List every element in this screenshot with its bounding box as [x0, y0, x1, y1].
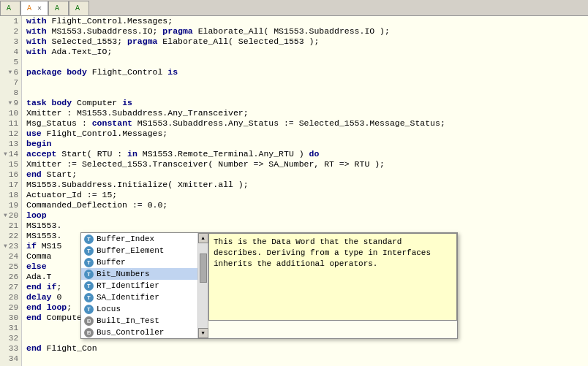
tab-simulated-bus-controller[interactable]: A — [0, 1, 20, 15]
line-num-label-25: 25 — [9, 262, 18, 272]
line-num-label-16: 16 — [9, 169, 18, 180]
line-number-22: 22 — [3, 231, 18, 241]
ac-icon-ac-locus: T — [84, 305, 94, 314]
ac-label-ac-rt-identifier: RT_Identifier — [97, 281, 159, 290]
tab-icon-adb: A — [27, 4, 31, 12]
ac-icon-ac-rt-identifier: T — [84, 281, 94, 291]
ac-item-ac-rt-identifier[interactable]: TRT_Identifier — [81, 280, 197, 291]
line-number-6: ▼6 — [3, 67, 18, 77]
ac-label-ac-sa-identifier: SA_Identifier — [97, 293, 159, 302]
line-number-32: 32 — [3, 333, 18, 343]
line-num-label-33: 33 — [9, 343, 18, 354]
code-line-17: MS1553.Subaddress.Initialize( Xmitter.al… — [22, 180, 588, 190]
ac-label-ac-buffer-index: Buffer_Index — [97, 235, 154, 243]
code-line-7 — [22, 77, 588, 88]
line-num-label-7: 7 — [13, 77, 18, 88]
ac-icon-ac-buffer-index: T — [84, 235, 94, 244]
code-line-6: package body Flight_Control is — [22, 67, 588, 77]
code-line-19: Commanded_Deflection := 0.0; — [22, 200, 588, 210]
ac-icon-ac-bit-numbers: T — [84, 270, 94, 279]
line-number-26: 26 — [3, 272, 18, 282]
line-number-14: ▼14 — [3, 149, 18, 159]
ac-icon-ac-buffer: T — [84, 258, 94, 267]
line-number-4: 4 — [3, 47, 18, 57]
line-num-label-11: 11 — [9, 118, 18, 129]
tab-ms1553-adb[interactable]: A — [69, 1, 89, 15]
code-line-18: Actuator_Id := 15; — [22, 190, 588, 200]
line-number-18: 18 — [3, 190, 18, 200]
line-num-label-13: 13 — [9, 139, 18, 149]
line-num-label-2: 2 — [13, 26, 18, 37]
fold-arrow-14[interactable]: ▼ — [4, 149, 7, 159]
fold-arrow-6[interactable]: ▼ — [9, 67, 12, 77]
ac-label-ac-buffer: Buffer — [97, 258, 126, 267]
line-number-12: 12 — [3, 129, 18, 139]
line-number-1: 1 — [3, 16, 18, 26]
ac-icon-ac-built-in-test: ⊞ — [84, 316, 94, 326]
code-line-3: with Selected_1553; pragma Elaborate_All… — [22, 37, 588, 47]
code-line-16: end Start; — [22, 169, 588, 180]
ac-label-ac-buffer-element: Buffer_Element — [97, 246, 164, 255]
fold-arrow-9[interactable]: ▼ — [9, 98, 12, 108]
line-number-21: 21 — [3, 221, 18, 231]
line-num-label-28: 28 — [9, 292, 18, 302]
code-line-4: with Ada.Text_IO; — [22, 47, 588, 57]
ac-item-ac-buffer-index[interactable]: TBuffer_Index — [81, 233, 197, 245]
tab-ms1553-ads[interactable]: A — [48, 1, 69, 15]
line-number-2: 2 — [3, 26, 18, 37]
line-number-19: 19 — [3, 200, 18, 210]
line-number-33: 33 — [3, 343, 18, 354]
line-num-label-30: 30 — [9, 313, 18, 323]
line-number-20: ▼20 — [3, 210, 18, 221]
tab-icon-ads2: A — [55, 4, 59, 12]
code-line-8 — [22, 88, 588, 98]
ac-item-ac-built-in-test[interactable]: ⊞Built_In_Test — [81, 315, 197, 327]
line-number-30: 30 — [3, 313, 18, 323]
ac-scroll-down-button[interactable]: ▼ — [198, 328, 208, 338]
ac-label-ac-locus: Locus — [97, 305, 121, 313]
line-number-3: 3 — [3, 37, 18, 47]
ac-scroll-up-button[interactable]: ▲ — [198, 233, 208, 243]
line-number-9: ▼9 — [3, 98, 18, 108]
code-line-9: task body Computer is — [22, 98, 588, 108]
line-num-label-1: 1 — [13, 16, 18, 26]
tab-icon-adb2: A — [75, 4, 80, 12]
ac-label-ac-bus-controller: Bus_Controller — [97, 328, 164, 337]
ac-item-ac-buffer[interactable]: TBuffer — [81, 256, 197, 268]
line-number-23: ▼23 — [3, 241, 18, 251]
line-num-label-32: 32 — [9, 333, 18, 343]
line-number-17: 17 — [3, 180, 18, 190]
ac-item-ac-buffer-element[interactable]: TBuffer_Element — [81, 245, 197, 256]
line-num-label-6: 6 — [13, 67, 18, 77]
tab-icon-ads1: A — [7, 4, 11, 12]
ac-scrollbar-thumb[interactable] — [200, 253, 207, 283]
tab-flight-control[interactable]: A ✕ — [20, 1, 48, 15]
line-number-31: 31 — [3, 323, 18, 333]
code-line-5 — [22, 57, 588, 67]
line-num-label-10: 10 — [9, 108, 18, 118]
ac-item-ac-bus-controller[interactable]: ⊞Bus_Controller — [81, 327, 197, 338]
line-number-5: 5 — [3, 57, 18, 67]
line-number-8: 8 — [3, 88, 18, 98]
ac-item-ac-locus[interactable]: TLocus — [81, 303, 197, 315]
ac-item-ac-sa-identifier[interactable]: TSA_Identifier — [81, 291, 197, 303]
ac-tooltip: This is the Data Word that the standard … — [208, 233, 457, 321]
line-num-label-3: 3 — [13, 37, 18, 47]
ac-scrollbar[interactable]: ▲▼ — [198, 233, 208, 338]
tab-close-button[interactable]: ✕ — [37, 4, 42, 12]
line-num-label-23: 23 — [9, 241, 18, 251]
line-num-label-19: 19 — [9, 200, 18, 210]
ac-item-ac-bit-numbers[interactable]: TBit_Numbers — [81, 268, 197, 280]
line-num-label-24: 24 — [9, 251, 18, 262]
fold-arrow-20[interactable]: ▼ — [4, 210, 7, 221]
code-line-21: MS1553. — [22, 221, 588, 231]
line-num-label-26: 26 — [9, 272, 18, 282]
line-number-27: 27 — [3, 282, 18, 292]
line-num-label-8: 8 — [13, 88, 18, 98]
line-num-label-17: 17 — [9, 180, 18, 190]
line-number-28: 28 — [3, 292, 18, 302]
line-num-label-5: 5 — [13, 57, 18, 67]
line-number-15: 15 — [3, 159, 18, 169]
fold-arrow-23[interactable]: ▼ — [4, 241, 7, 251]
line-number-34: 34 — [3, 354, 18, 364]
